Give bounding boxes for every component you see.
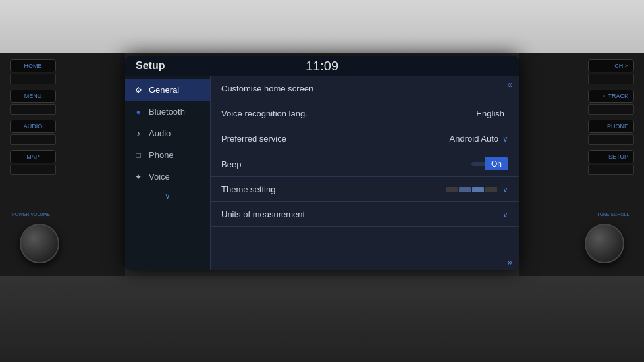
dash-bottom — [0, 276, 644, 362]
units-row[interactable]: Units of measurement ∨ — [211, 202, 519, 227]
phone-button[interactable]: PHONE — [588, 120, 634, 145]
nav-menu: ⚙ General ● Bluetooth ♪ Audio □ Phone ✦ — [125, 76, 211, 270]
home-button[interactable]: HOME — [10, 59, 56, 84]
nav-label-general: General — [149, 85, 179, 95]
side-buttons-left: HOME MENU AUDIO MAP — [10, 59, 56, 175]
menu-button[interactable]: MENU — [10, 90, 56, 115]
screen-body: ⚙ General ● Bluetooth ♪ Audio □ Phone ✦ — [125, 76, 519, 270]
toggle-off-label[interactable] — [471, 162, 485, 166]
preferred-service-label: Preferred service — [221, 134, 450, 143]
track-button[interactable]: < TRACK — [588, 90, 634, 115]
nav-item-audio[interactable]: ♪ Audio — [125, 122, 210, 144]
customise-home-label: Customise home screen — [221, 84, 508, 93]
preferred-service-row[interactable]: Preferred service Android Auto ∨ — [211, 126, 519, 151]
nav-more-icon: ∨ — [165, 192, 171, 201]
content-area: « Customise home screen Voice recognitio… — [211, 76, 519, 270]
screen-title: Setup — [136, 60, 165, 72]
toggle-on-label[interactable]: On — [485, 157, 508, 170]
nav-label-voice: Voice — [149, 172, 170, 182]
map-button[interactable]: MAP — [10, 150, 56, 175]
general-icon: ⚙ — [133, 86, 144, 95]
scroll-down-button[interactable]: » — [507, 257, 512, 267]
theme-setting-row[interactable]: Theme setting ∨ — [211, 177, 519, 202]
bluetooth-icon: ● — [133, 107, 144, 116]
theme-bar-2 — [459, 187, 471, 192]
units-chevron: ∨ — [502, 210, 508, 219]
screen-header: Setup 11:09 — [125, 56, 519, 76]
preferred-service-chevron: ∨ — [502, 134, 508, 143]
screen-content: Setup 11:09 ⚙ General ● Bluetooth ♪ Audi… — [125, 56, 519, 270]
audio-icon: ♪ — [133, 129, 144, 138]
theme-bar-4 — [485, 187, 497, 192]
nav-item-voice[interactable]: ✦ Voice — [125, 166, 210, 188]
voice-recognition-value: English — [476, 109, 504, 118]
screen-time: 11:09 — [306, 59, 338, 74]
units-label: Units of measurement — [221, 209, 502, 219]
nav-item-bluetooth[interactable]: ● Bluetooth — [125, 101, 210, 122]
theme-setting-chevron: ∨ — [502, 185, 508, 194]
theme-bars — [446, 187, 497, 192]
theme-setting-label: Theme setting — [221, 184, 446, 194]
theme-bar-3 — [472, 187, 484, 192]
beep-toggle[interactable]: On — [471, 157, 508, 170]
power-volume-label: POWER VOLUME — [8, 212, 54, 217]
setup-button[interactable]: SETUP — [588, 150, 634, 175]
nav-item-phone[interactable]: □ Phone — [125, 144, 210, 166]
side-buttons-right: CH > < TRACK PHONE SETUP — [588, 59, 634, 175]
nav-more-button[interactable]: ∨ — [125, 188, 210, 205]
ch-button[interactable]: CH > — [588, 59, 634, 84]
theme-bar-1 — [446, 187, 458, 192]
scroll-up-button[interactable]: « — [507, 79, 512, 90]
infotainment-screen: Setup 11:09 ⚙ General ● Bluetooth ♪ Audi… — [125, 56, 519, 270]
nav-label-phone: Phone — [149, 150, 174, 160]
nav-item-general[interactable]: ⚙ General — [125, 79, 210, 101]
voice-recognition-row[interactable]: Voice recognition lang. English — [211, 101, 519, 126]
preferred-service-value: Android Auto — [450, 134, 498, 143]
audio-button[interactable]: AUDIO — [10, 120, 56, 145]
power-volume-knob[interactable] — [20, 224, 59, 263]
scroll-down-icon: » — [507, 257, 512, 267]
nav-label-bluetooth: Bluetooth — [149, 107, 185, 116]
beep-row[interactable]: Beep On — [211, 151, 519, 177]
voice-icon: ✦ — [133, 172, 144, 182]
nav-label-audio: Audio — [149, 128, 171, 138]
voice-recognition-label: Voice recognition lang. — [221, 109, 476, 118]
dash-top — [0, 0, 644, 53]
tune-scroll-label: TUNE SCROLL — [590, 212, 636, 217]
customise-home-row[interactable]: Customise home screen — [211, 76, 519, 101]
phone-icon: □ — [133, 151, 144, 160]
tune-scroll-knob[interactable] — [585, 224, 624, 263]
scroll-up-icon: « — [507, 79, 512, 90]
beep-label: Beep — [221, 159, 471, 169]
